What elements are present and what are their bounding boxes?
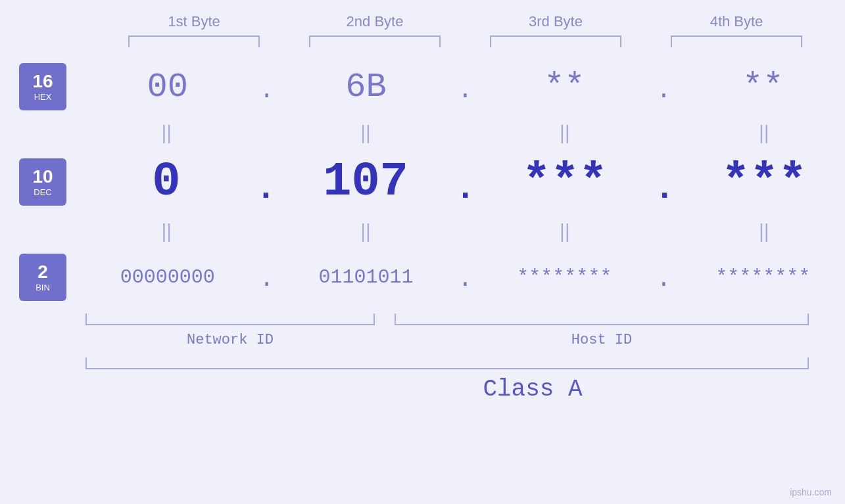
bottom-brackets	[85, 313, 809, 325]
eq1-b2: ||	[293, 122, 438, 144]
eq2-b1: ||	[94, 220, 239, 242]
dec-b4-cell: ***	[692, 155, 836, 209]
hex-b3: **	[544, 68, 585, 106]
bin-badge: 2 BIN	[19, 254, 66, 301]
byte-headers: 1st Byte 2nd Byte 3rd Byte 4th Byte	[104, 13, 827, 30]
dec-b1-cell: 0	[94, 155, 239, 209]
bin-row: 00000000 . 01101011 . ******** . *******…	[85, 244, 845, 310]
rows-wrapper: 16 HEX 10 DEC 2 BIN	[0, 54, 845, 310]
eq1-b4: ||	[692, 122, 836, 144]
eq1-b1-sign: ||	[161, 122, 172, 143]
dec-dot1: .	[256, 170, 276, 208]
eq2-b2-sign: ||	[360, 220, 371, 242]
bin-b2-cell: 01101011	[294, 266, 439, 288]
bin-b1-cell: 00000000	[95, 266, 240, 288]
dec-badge-label: DEC	[34, 187, 51, 197]
byte2-header: 2nd Byte	[302, 13, 447, 30]
bin-dot1: .	[259, 265, 274, 293]
hex-dot3: .	[656, 76, 671, 104]
hex-badge-num: 16	[32, 72, 53, 92]
bracket-byte2	[309, 35, 441, 47]
host-id-label: Host ID	[395, 332, 809, 348]
bracket-byte1	[128, 35, 260, 47]
dec-b4: ***	[721, 155, 807, 209]
eq1-b3-sign: ||	[560, 122, 570, 143]
equals-row-2: || || || ||	[85, 218, 845, 244]
dec-b3: ***	[522, 155, 608, 209]
long-bracket-wrapper	[85, 357, 809, 369]
bin-b3-cell: ********	[492, 266, 637, 288]
bin-dot2: .	[458, 265, 473, 293]
hex-row: 00 . 6B . ** . **	[85, 54, 845, 120]
eq2-b3-sign: ||	[560, 220, 570, 242]
equals-row-1: || || || ||	[85, 120, 845, 146]
values-area: 00 . 6B . ** . ** ||	[85, 54, 845, 310]
eq2-b4-sign: ||	[759, 220, 769, 242]
hex-badge-label: HEX	[34, 92, 52, 102]
dec-b1: 0	[152, 155, 180, 209]
dec-b2: 107	[323, 155, 408, 209]
bin-b2: 01101011	[319, 266, 414, 288]
bin-badge-label: BIN	[36, 283, 50, 292]
class-bracket	[85, 357, 809, 369]
host-bracket	[395, 313, 809, 325]
hex-dot1: .	[259, 76, 274, 104]
eq1-b2-sign: ||	[360, 122, 371, 143]
byte3-header: 3rd Byte	[483, 13, 628, 30]
class-label: Class A	[171, 376, 845, 403]
bin-b1: 00000000	[120, 266, 215, 288]
byte1-header: 1st Byte	[122, 13, 266, 30]
hex-dot2: .	[458, 76, 473, 104]
top-brackets	[104, 35, 827, 47]
dec-dot2: .	[455, 170, 475, 208]
hex-b1: 00	[147, 68, 188, 106]
hex-b1-cell: 00	[95, 68, 240, 106]
dec-badge: 10 DEC	[19, 158, 66, 206]
byte4-header: 4th Byte	[664, 13, 809, 30]
id-labels: Network ID Host ID	[85, 328, 809, 348]
eq1-b3: ||	[493, 122, 637, 144]
hex-b4-cell: **	[690, 68, 835, 106]
eq2-b1-sign: ||	[161, 220, 172, 242]
hex-b3-cell: **	[492, 68, 637, 106]
hex-badge: 16 HEX	[19, 63, 66, 110]
hex-b2: 6B	[345, 68, 386, 106]
bin-b4: ********	[715, 266, 810, 288]
dec-b3-cell: ***	[493, 155, 637, 209]
badge-column: 16 HEX 10 DEC 2 BIN	[0, 54, 85, 310]
eq1-b4-sign: ||	[759, 122, 769, 143]
eq1-b1: ||	[94, 122, 239, 144]
hex-b4: **	[742, 68, 783, 106]
dec-b2-cell: 107	[293, 155, 438, 209]
bottom-section: Network ID Host ID Class A	[0, 313, 845, 403]
eq2-b3: ||	[493, 220, 637, 242]
dec-dot3: .	[654, 170, 675, 208]
eq2-b2: ||	[293, 220, 438, 242]
bin-dot3: .	[656, 265, 671, 293]
network-bracket	[85, 313, 375, 325]
bracket-byte3	[490, 35, 621, 47]
network-id-label: Network ID	[85, 332, 375, 348]
bin-badge-num: 2	[37, 262, 48, 283]
watermark: ipshu.com	[790, 487, 832, 497]
dec-badge-num: 10	[32, 167, 53, 187]
eq2-b4: ||	[692, 220, 836, 242]
hex-b2-cell: 6B	[294, 68, 439, 106]
bin-b4-cell: ********	[690, 266, 835, 288]
main-container: 1st Byte 2nd Byte 3rd Byte 4th Byte 16 H…	[0, 0, 845, 504]
bracket-byte4	[671, 35, 802, 47]
bin-b3: ********	[517, 266, 612, 288]
dec-row: 0 . 107 . *** . ***	[85, 146, 845, 218]
